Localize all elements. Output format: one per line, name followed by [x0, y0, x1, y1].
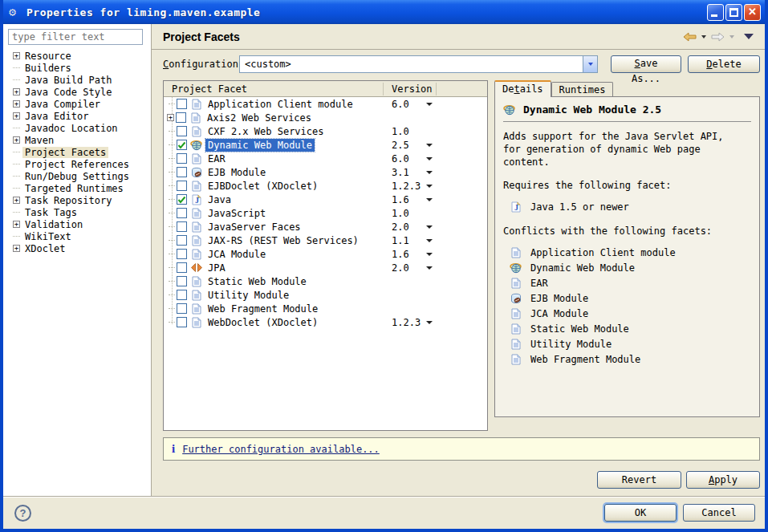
sidebar-item-project-facets[interactable]: Project Facets [13, 146, 148, 158]
back-arrow-icon[interactable] [683, 32, 697, 42]
configuration-dropdown-button[interactable] [583, 56, 597, 72]
sidebar-item-validation[interactable]: +Validation [13, 218, 148, 230]
facet-row-javascript[interactable]: JavaScript1.0 [164, 206, 487, 220]
revert-button[interactable]: Revert [597, 471, 681, 489]
facet-version[interactable]: 2.5 [392, 140, 429, 151]
facet-row-ejbdoclet-xdoclet-[interactable]: EJBDoclet (XDoclet)1.2.3 [164, 179, 487, 193]
further-configuration-link[interactable]: Further configuration available... [182, 444, 380, 455]
sidebar-item-task-tags[interactable]: Task Tags [13, 206, 148, 218]
tab-details[interactable]: Details [494, 80, 551, 97]
facet-row-webdoclet-xdoclet-[interactable]: WebDoclet (XDoclet)1.2.3 [164, 315, 487, 329]
version-dropdown-icon[interactable] [426, 144, 433, 147]
facet-row-cxf-2-x-web-services[interactable]: CXF 2.x Web Services1.0 [164, 124, 487, 138]
facet-version[interactable]: 2.0 [392, 221, 429, 233]
configuration-combobox[interactable]: <custom> [239, 55, 598, 73]
version-dropdown-icon[interactable] [426, 225, 433, 229]
facet-version[interactable]: 6.0 [392, 153, 429, 164]
facet-version[interactable]: 6.0 [392, 99, 429, 110]
facet-row-web-fragment-module[interactable]: Web Fragment Module [164, 302, 487, 315]
version-dropdown-icon[interactable] [426, 185, 433, 188]
facet-row-jpa[interactable]: JPA2.0 [164, 261, 487, 274]
facet-version[interactable]: 1.6 [392, 249, 429, 260]
facet-row-axis2-web-services[interactable]: +Axis2 Web Services [164, 111, 487, 124]
expand-plus-icon[interactable]: + [13, 197, 20, 204]
facet-checkbox[interactable] [177, 140, 187, 150]
expand-plus-icon[interactable]: + [13, 112, 20, 120]
sidebar-item-task-repository[interactable]: +Task Repository [13, 194, 148, 206]
facet-row-application-client-module[interactable]: Application Client module6.0 [164, 97, 487, 111]
facet-version[interactable]: 1.2.3 [392, 181, 429, 192]
facet-version[interactable]: 3.1 [392, 167, 429, 178]
facet-checkbox[interactable] [176, 112, 186, 123]
view-menu-icon[interactable] [744, 34, 754, 39]
facet-checkbox[interactable] [177, 249, 187, 259]
sidebar-item-java-editor[interactable]: +Java Editor [13, 110, 148, 122]
forward-arrow-icon[interactable] [711, 32, 725, 42]
facet-checkbox[interactable] [177, 167, 187, 177]
facet-version[interactable]: 1.6 [392, 194, 429, 205]
minimize-button[interactable] [707, 4, 724, 21]
facet-checkbox[interactable] [177, 208, 187, 218]
apply-button[interactable]: Apply [686, 471, 760, 489]
ok-button[interactable]: OK [604, 504, 677, 522]
facet-checkbox[interactable] [177, 276, 187, 286]
maximize-button[interactable] [725, 4, 742, 21]
tab-runtimes[interactable]: Runtimes [551, 82, 614, 97]
sidebar-item-javadoc-location[interactable]: Javadoc Location [13, 122, 148, 134]
close-button[interactable]: ✕ [744, 4, 761, 21]
expand-plus-icon[interactable]: + [13, 136, 20, 144]
facet-checkbox[interactable] [177, 221, 187, 232]
facet-version[interactable]: 1.0 [392, 208, 429, 219]
facet-row-javaserver-faces[interactable]: JavaServer Faces2.0 [164, 220, 487, 234]
facet-checkbox[interactable] [177, 194, 187, 205]
facet-row-dynamic-web-module[interactable]: Dynamic Web Module2.5 [164, 138, 487, 152]
facet-checkbox[interactable] [177, 181, 187, 191]
expand-plus-icon[interactable]: + [13, 245, 20, 252]
facet-version[interactable]: 1.0 [392, 126, 429, 137]
sidebar-item-java-compiler[interactable]: +Java Compiler [13, 98, 148, 110]
version-dropdown-icon[interactable] [426, 266, 433, 270]
facet-row-utility-module[interactable]: Utility Module [164, 288, 487, 302]
facet-checkbox[interactable] [177, 99, 187, 109]
facet-row-jca-module[interactable]: JCA Module1.6 [164, 247, 487, 261]
save-as-button[interactable]: Save As... [611, 55, 681, 73]
version-dropdown-icon[interactable] [426, 321, 433, 324]
sidebar-item-project-references[interactable]: Project References [13, 158, 148, 170]
sidebar-item-resource[interactable]: +Resource [13, 50, 148, 62]
sidebar-item-xdoclet[interactable]: +XDoclet [13, 242, 148, 254]
sidebar-item-java-build-path[interactable]: Java Build Path [13, 74, 148, 86]
version-dropdown-icon[interactable] [426, 171, 433, 174]
facet-row-java[interactable]: JJava1.6 [164, 193, 487, 206]
sidebar-item-builders[interactable]: Builders [13, 62, 148, 74]
facet-checkbox[interactable] [177, 126, 187, 136]
delete-button[interactable]: Delete [688, 55, 760, 73]
sidebar-item-run-debug-settings[interactable]: Run/Debug Settings [13, 170, 148, 182]
version-dropdown-icon[interactable] [426, 239, 433, 242]
facet-checkbox[interactable] [177, 262, 187, 273]
version-dropdown-icon[interactable] [426, 253, 433, 256]
facet-checkbox[interactable] [177, 290, 187, 300]
facet-row-jax-rs-rest-web-services-[interactable]: JAX-RS (REST Web Services)1.1 [164, 234, 487, 247]
facet-checkbox[interactable] [177, 303, 187, 314]
expand-plus-icon[interactable]: + [13, 52, 20, 59]
facet-row-static-web-module[interactable]: Static Web Module [164, 274, 487, 288]
facet-checkbox[interactable] [177, 317, 187, 327]
forward-history-dropdown-icon[interactable] [729, 35, 734, 39]
facet-checkbox[interactable] [177, 235, 187, 246]
facet-version[interactable]: 1.1 [392, 235, 429, 246]
version-dropdown-icon[interactable] [426, 103, 433, 106]
version-dropdown-icon[interactable] [426, 157, 433, 160]
facet-row-ejb-module[interactable]: EJB Module3.1 [164, 165, 487, 179]
column-header-project-facet[interactable]: Project Facet [164, 83, 384, 95]
sidebar-item-java-code-style[interactable]: +Java Code Style [13, 86, 148, 98]
column-header-version[interactable]: Version [384, 83, 437, 95]
expand-plus-icon[interactable]: + [13, 221, 20, 228]
facet-version[interactable]: 1.2.3 [392, 317, 429, 328]
expand-plus-icon[interactable]: + [13, 100, 20, 108]
sidebar-item-targeted-runtimes[interactable]: Targeted Runtimes [13, 182, 148, 194]
facet-row-ear[interactable]: EAR6.0 [164, 152, 487, 165]
expand-plus-icon[interactable]: + [13, 88, 20, 95]
expand-plus-icon[interactable]: + [167, 114, 174, 121]
sidebar-item-wikitext[interactable]: WikiText [13, 230, 148, 242]
filter-input[interactable] [8, 29, 143, 45]
